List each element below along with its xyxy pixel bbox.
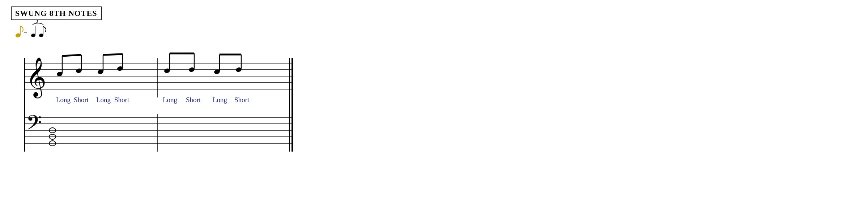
label-long-3: Long [163,96,178,104]
label-short-2: Short [114,96,129,104]
label-long-4: Long [213,96,227,104]
label-long-2: Long [96,96,111,104]
svg-text:=: = [24,28,27,35]
music-score: = 3 𝄞 𝄢 [0,0,300,205]
label-short-1: Short [74,96,89,104]
svg-line-31 [103,54,123,55]
bass-clef-icon: 𝄢 [26,112,42,139]
swing-note-symbol: = 3 [15,19,46,38]
treble-clef-icon: 𝄞 [26,57,46,99]
svg-text:3: 3 [36,19,38,24]
label-long-1: Long [56,96,71,104]
label-short-3: Short [186,96,201,104]
svg-line-28 [62,55,81,56]
label-short-4: Short [234,96,250,104]
